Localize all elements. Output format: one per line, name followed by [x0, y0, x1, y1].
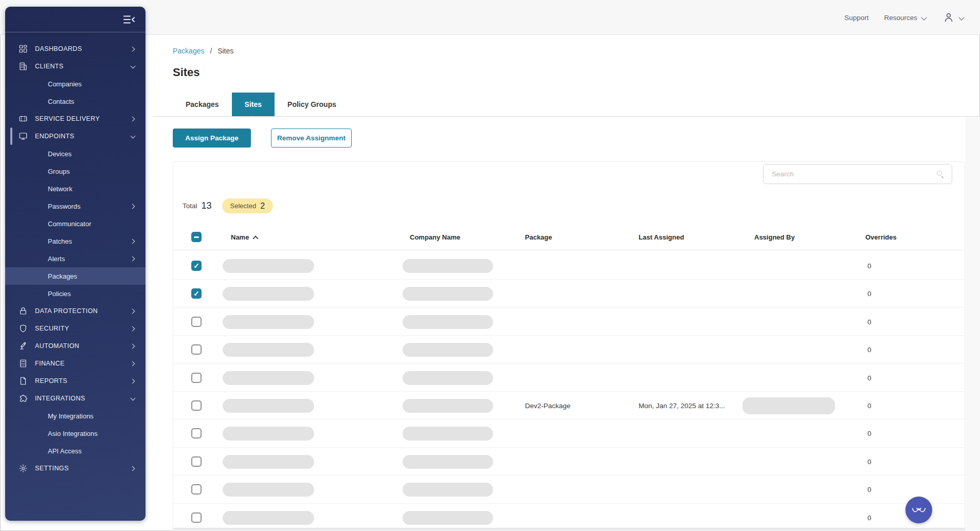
support-link[interactable]: Support — [844, 14, 868, 22]
sidebar-item-devices[interactable]: Devices — [5, 145, 146, 162]
total-count: 13 — [202, 200, 212, 211]
sidebar-item-contacts[interactable]: Contacts — [5, 93, 146, 110]
sidebar-item-network[interactable]: Network — [5, 180, 146, 197]
column-header-last-assigned[interactable]: Last Assigned — [639, 233, 684, 241]
sidebar-collapse-button[interactable] — [123, 14, 135, 25]
sidebar-item-companies[interactable]: Companies — [5, 75, 146, 93]
reports-icon — [19, 376, 28, 386]
chevron-down-icon — [921, 15, 927, 20]
table-row: 0 — [173, 336, 965, 363]
settings-icon — [19, 464, 28, 473]
sidebar-item-label: DASHBOARDS — [35, 45, 82, 52]
sidebar-item-security[interactable]: SECURITY — [5, 320, 146, 337]
sidebar-item-automation[interactable]: AUTOMATION — [5, 337, 146, 355]
user-avatar-icon — [942, 11, 955, 24]
sidebar-item-my-integrations[interactable]: My Integrations — [5, 407, 146, 425]
chevron-right-icon — [130, 361, 135, 366]
sidebar-item-policies[interactable]: Policies — [5, 285, 146, 302]
page-title: Sites — [173, 66, 200, 79]
name-skeleton — [223, 287, 314, 301]
select-all-checkbox[interactable] — [191, 232, 202, 242]
table-row: ✓ 0 — [173, 280, 965, 307]
breadcrumb-separator: / — [210, 47, 212, 55]
company-name-skeleton — [403, 371, 493, 385]
row-checkbox[interactable] — [191, 400, 202, 411]
overrides-cell: 0 — [867, 374, 872, 382]
remove-assignment-button[interactable]: Remove Assignment — [271, 129, 352, 148]
table-row: 0 — [173, 504, 965, 531]
sidebar-item-dashboards[interactable]: DASHBOARDS — [5, 40, 146, 58]
column-header-package[interactable]: Package — [525, 233, 552, 241]
sidebar-item-communicator[interactable]: Communicator — [5, 215, 146, 232]
row-checkbox[interactable] — [191, 456, 202, 467]
sidebar-item-api-access[interactable]: API Access — [5, 442, 146, 460]
chevron-down-icon — [130, 134, 135, 139]
table-row: 0 — [173, 448, 965, 475]
sidebar-item-label: Alerts — [48, 255, 65, 263]
assign-package-button[interactable]: Assign Package — [173, 129, 251, 148]
row-checkbox[interactable]: ✓ — [191, 288, 202, 299]
name-skeleton — [223, 315, 314, 329]
company-name-skeleton — [403, 511, 493, 525]
tab-policy-groups[interactable]: Policy Groups — [275, 93, 349, 116]
sidebar-item-alerts[interactable]: Alerts — [5, 250, 146, 267]
sidebar-item-finance[interactable]: FINANCE — [5, 355, 146, 372]
row-checkbox[interactable]: ✓ — [191, 261, 202, 271]
column-header-name[interactable]: Name — [231, 233, 258, 241]
search-icon — [936, 170, 945, 178]
service-delivery-icon — [19, 114, 28, 123]
breadcrumb-packages-link[interactable]: Packages — [173, 47, 204, 55]
sidebar-item-label: Devices — [48, 150, 71, 158]
horizontal-scrollbar[interactable] — [173, 528, 965, 531]
right-gutter — [966, 117, 980, 531]
column-header-overrides[interactable]: Overrides — [865, 233, 897, 241]
user-menu[interactable] — [942, 11, 965, 24]
company-name-skeleton — [403, 287, 493, 301]
sidebar-item-label: SETTINGS — [35, 465, 69, 472]
tab-bar: Packages Sites Policy Groups — [173, 93, 349, 116]
name-skeleton — [223, 511, 314, 525]
sidebar-item-settings[interactable]: SETTINGS — [5, 460, 146, 477]
sidebar-item-label: Patches — [48, 237, 72, 245]
company-name-skeleton — [403, 259, 493, 273]
top-nav: Support Resources — [844, 0, 965, 35]
row-checkbox[interactable] — [191, 484, 202, 495]
sidebar-item-packages[interactable]: Packages — [5, 267, 146, 285]
app-window: Support Resources DASHBOARDSCLIENTSCompa… — [0, 0, 980, 531]
sidebar-item-label: REPORTS — [35, 377, 67, 384]
tab-packages[interactable]: Packages — [173, 93, 232, 116]
chevron-right-icon — [130, 466, 135, 471]
sidebar-item-groups[interactable]: Groups — [5, 162, 146, 180]
sidebar-item-label: FINANCE — [35, 360, 65, 367]
sidebar-item-reports[interactable]: REPORTS — [5, 372, 146, 390]
row-checkbox[interactable] — [191, 373, 202, 383]
row-checkbox[interactable] — [191, 512, 202, 523]
resources-menu[interactable]: Resources — [884, 14, 927, 22]
overrides-cell: 0 — [867, 458, 872, 466]
sidebar-item-label: Passwords — [48, 203, 81, 210]
chevron-right-icon — [130, 256, 135, 261]
overrides-cell: 0 — [867, 318, 872, 326]
support-link-label: Support — [844, 14, 868, 22]
row-checkbox[interactable] — [191, 344, 202, 355]
sidebar-item-data-protection[interactable]: DATA PROTECTION — [5, 302, 146, 320]
sidebar-item-label: SECURITY — [35, 325, 69, 332]
sidebar-item-asio-integrations[interactable]: Asio Integrations — [5, 425, 146, 442]
search-input[interactable] — [771, 170, 936, 178]
sidebar-item-clients[interactable]: CLIENTS — [5, 58, 146, 75]
sidebar-item-service-delivery[interactable]: SERVICE DELIVERY — [5, 110, 146, 127]
overrides-cell: 0 — [867, 430, 872, 437]
column-header-company-name[interactable]: Company Name — [410, 233, 460, 241]
tab-sites[interactable]: Sites — [232, 93, 275, 116]
column-header-assigned-by[interactable]: Assigned By — [754, 233, 795, 241]
sidebar-item-patches[interactable]: Patches — [5, 232, 146, 250]
sidebar-item-integrations[interactable]: INTEGRATIONS — [5, 390, 146, 407]
sidebar-item-label: Groups — [48, 168, 70, 175]
row-checkbox[interactable] — [191, 317, 202, 327]
sidebar-item-endpoints[interactable]: ENDPOINTS — [5, 127, 146, 145]
assistant-fab-button[interactable] — [905, 497, 932, 523]
sidebar-item-passwords[interactable]: Passwords — [5, 197, 146, 215]
name-skeleton — [223, 343, 314, 357]
row-checkbox[interactable] — [191, 428, 202, 438]
sidebar-item-label: AUTOMATION — [35, 342, 79, 350]
